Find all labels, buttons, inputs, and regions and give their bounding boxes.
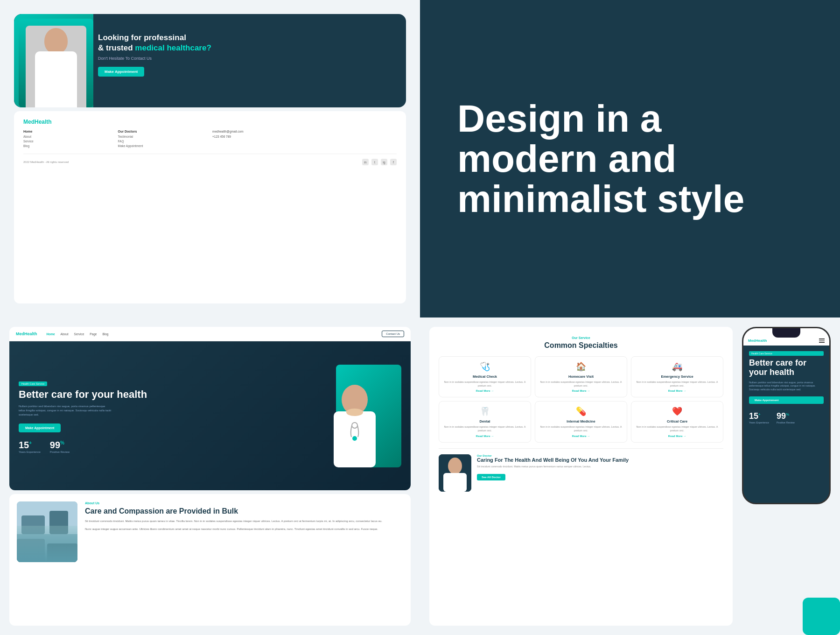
social-icons: in t ig f (362, 159, 397, 165)
instagram-icon[interactable]: ig (381, 159, 387, 165)
phone-logo-med: Med (748, 339, 756, 343)
phone-stat2-sup: % (786, 412, 789, 416)
specialty-link[interactable]: Read More → (443, 389, 527, 392)
svg-rect-13 (443, 473, 467, 492)
footer-phone: +123 456 789 (212, 135, 302, 138)
doctor-card-img (439, 454, 471, 492)
specialty-item[interactable]: 🏠 Homecare Visit Non in in sodales suspe… (535, 356, 627, 397)
doctor-hero-image (19, 19, 93, 107)
footer-col-1: Home About Service Blog (23, 130, 113, 149)
preview-nav: MedHealth Home About Service Page Blog C… (9, 327, 411, 341)
specialty-link[interactable]: Read More → (443, 435, 527, 437)
nav-link-blog[interactable]: Blog (102, 332, 108, 336)
preview-nav-links: Home About Service Page Blog (47, 332, 373, 336)
phone-hero: Health Care Service Better care for your… (743, 346, 829, 503)
stat2-num: 99 (50, 440, 60, 450)
svg-rect-6 (17, 534, 77, 562)
see-all-doctor-button[interactable]: See All Doctor (477, 474, 505, 480)
doctor-card-svg (439, 454, 471, 492)
phone-title: Better care for your health (749, 359, 824, 377)
stat-experience-num: 15+ (19, 440, 41, 451)
panel-top-left: Looking for professinal & trusted medica… (0, 0, 420, 318)
phone-stat1-label: Years Experience (749, 421, 769, 424)
footer-col1-item-0[interactable]: About (23, 135, 113, 138)
phone-stat2-num: 99% (777, 411, 795, 421)
phone-desc: Nullam porttitor sed bibendum nisi augue… (749, 381, 824, 392)
hamburger-icon[interactable] (819, 339, 825, 343)
specialty-name: Medical Check (443, 374, 527, 379)
specialty-icon: 🩺 (443, 361, 527, 372)
hero-badge: Health Care Service (19, 381, 47, 386)
doctor-section: Our Doctor Caring For The Health And Wel… (439, 448, 723, 492)
phone-appointment-button[interactable]: Make Appoinment (749, 396, 824, 404)
hero-title-line2: & trusted (98, 43, 135, 52)
phone-screen: MedHealth Health Care Service Better car… (743, 328, 829, 503)
specialty-name: Internal Medicine (539, 419, 623, 423)
nav-link-about[interactable]: About (61, 332, 69, 336)
phone-stat-2: 99% Positive Review (777, 411, 795, 424)
footer-copyright: 2022 MedHealth - All rights reserved (23, 161, 69, 163)
doctor-svg (324, 374, 385, 467)
preview-hero-image (317, 365, 401, 467)
footer-col-2: Our Doctors Testimonial FAQ Make Appoint… (118, 130, 208, 149)
specialty-desc: Non in in sodales suspendisse egestas in… (443, 381, 527, 388)
svg-rect-5 (17, 501, 77, 562)
specialty-item[interactable]: 🩺 Medical Check Non in in sodales suspen… (439, 356, 531, 397)
phone-stat2-value: 99 (777, 411, 786, 421)
specialty-link[interactable]: Read More → (539, 435, 623, 437)
footer-col-3: medhealth@gmail.com +123 456 789 (212, 130, 302, 149)
nav-link-service[interactable]: Service (74, 332, 84, 336)
specialty-desc: Non in in sodales suspendisse egestas in… (539, 381, 623, 388)
specialty-item[interactable]: 💊 Internal Medicine Non in in sodales su… (535, 401, 627, 442)
footer-col2-item-1[interactable]: FAQ (118, 140, 208, 143)
footer-col1-item-2[interactable]: Blog (23, 144, 113, 148)
specialty-item[interactable]: 🦷 Dental Non in in sodales suspendisse e… (439, 401, 531, 442)
phone-stat1-value: 15 (749, 411, 758, 421)
phone-frame: MedHealth Health Care Service Better car… (742, 327, 831, 504)
teal-accent-decoration (803, 598, 840, 635)
facebook-icon[interactable]: f (390, 159, 397, 165)
specialty-link[interactable]: Read More → (635, 389, 719, 392)
footer-bottom: 2022 MedHealth - All rights reserved in … (23, 159, 397, 165)
about-card: About Us Care and Compassion are Provide… (9, 494, 411, 626)
hero-card: Looking for professinal & trusted medica… (14, 14, 406, 107)
nav-link-page[interactable]: Page (90, 332, 97, 336)
twitter-icon[interactable]: t (371, 159, 378, 165)
footer-logo-med: Med (23, 119, 35, 125)
main-tagline: Design in a modern and minimalist style (457, 99, 803, 219)
specialty-icon: 🏠 (539, 361, 623, 372)
about-room-svg (17, 501, 77, 562)
nav-link-home[interactable]: Home (47, 332, 55, 336)
specialty-item[interactable]: 🚑 Emergency Service Non in in sodales su… (631, 356, 723, 397)
stat2-sup: % (60, 440, 64, 445)
footer-col1-title: Home (23, 130, 113, 133)
make-appointment-button[interactable]: Make Appointment (98, 67, 144, 77)
specialties-badge: Our Service (439, 336, 723, 339)
footer-col1-item-1[interactable]: Service (23, 140, 113, 143)
specialty-link[interactable]: Read More → (539, 389, 623, 392)
specialty-link[interactable]: Read More → (635, 435, 719, 437)
website-preview-card: MedHealth Home About Service Page Blog C… (9, 327, 411, 490)
about-image (17, 501, 77, 562)
phone-stat1-num: 15+ (749, 411, 769, 421)
doctor-title: Caring For The Health And Well Being Of … (477, 457, 723, 463)
phone-stat2-label: Positive Review (777, 421, 795, 424)
svg-rect-10 (47, 543, 77, 562)
phone-logo-health: Health (756, 339, 767, 343)
specialties-grid: 🩺 Medical Check Non in in sodales suspen… (439, 356, 723, 443)
panel-bottom-left: MedHealth Home About Service Page Blog C… (0, 318, 420, 635)
about-title: Care and Compassion are Provided in Bulk (85, 507, 403, 515)
stat1-num: 15 (19, 440, 29, 450)
preview-hero-desc: Nullam porttitor sed bibendum nisi augue… (19, 404, 112, 417)
preview-appointment-button[interactable]: Make Appointment (19, 423, 61, 432)
phone-stats: 15+ Years Experience 99% Positive Review (749, 411, 824, 424)
specialty-item[interactable]: ❤️ Critical Care Non in in sodales suspe… (631, 401, 723, 442)
footer-col2-item-0[interactable]: Testimonial (118, 135, 208, 138)
nav-contact-button[interactable]: Contact Us (382, 331, 404, 337)
specialty-name: Homecare Visit (539, 374, 623, 379)
linkedin-icon[interactable]: in (362, 159, 369, 165)
footer-col2-item-2[interactable]: Make Appointment (118, 144, 208, 148)
preview-nav-logo: MedHealth (16, 332, 37, 336)
svg-point-2 (346, 409, 363, 416)
footer-card: MedHealth Home About Service Blog Our Do… (14, 111, 406, 303)
